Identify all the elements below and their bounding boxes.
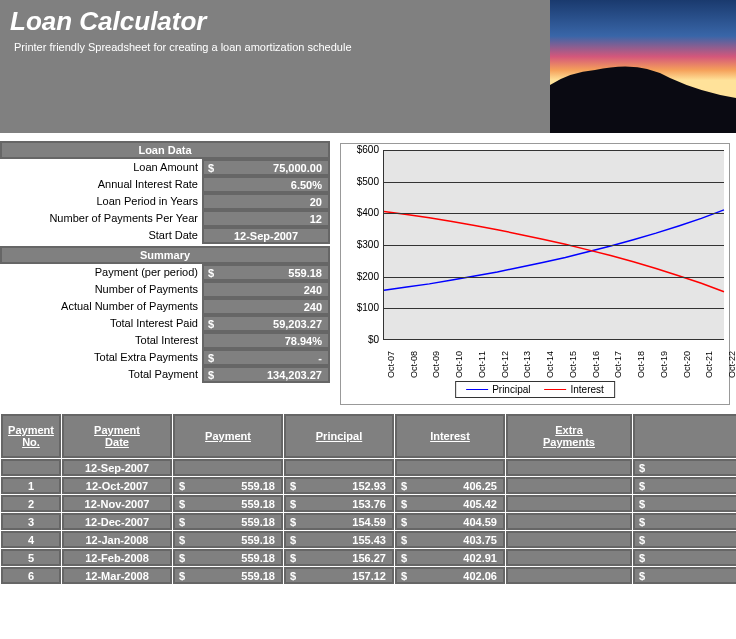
x-tick: Oct-20 — [682, 351, 692, 378]
table-cell: 5 — [1, 549, 61, 566]
x-tick: Oct-09 — [431, 351, 441, 378]
chart: $0$100$200$300$400$500$600 Oct-07Oct-08O… — [340, 143, 730, 405]
table-row: 212-Nov-2007$559.18$153.76$405.42$ — [1, 495, 736, 512]
table-cell: 2 — [1, 495, 61, 512]
table-cell: $ — [633, 477, 736, 494]
table-cell — [506, 477, 632, 494]
table-cell: $ — [633, 459, 736, 476]
table-cell: 12-Jan-2008 — [62, 531, 172, 548]
x-tick: Oct-19 — [659, 351, 669, 378]
table-cell: 12-Feb-2008 — [62, 549, 172, 566]
field-value: $134,203.27 — [202, 366, 330, 383]
table-cell — [506, 549, 632, 566]
col-header: PaymentNo. — [1, 414, 61, 458]
table-row: 512-Feb-2008$559.18$156.27$402.91$ — [1, 549, 736, 566]
table-cell: 1 — [1, 477, 61, 494]
table-cell: $559.18 — [173, 495, 283, 512]
table-row: 612-Mar-2008$559.18$157.12$402.06$ — [1, 567, 736, 584]
table-cell: $559.18 — [173, 567, 283, 584]
table-cell — [506, 513, 632, 530]
x-tick: Oct-17 — [613, 351, 623, 378]
x-tick: Oct-13 — [522, 351, 532, 378]
field-value: $59,203.27 — [202, 315, 330, 332]
field-value: $559.18 — [202, 264, 330, 281]
table-row: 112-Oct-2007$559.18$152.93$406.25$ — [1, 477, 736, 494]
table-cell: $156.27 — [284, 549, 394, 566]
col-header: Principal — [284, 414, 394, 458]
field-label: Loan Period in Years — [0, 193, 202, 210]
field-value: 12 — [202, 210, 330, 227]
table-cell — [395, 459, 505, 476]
summary-heading: Summary — [0, 246, 330, 264]
col-header: ExtraPayments — [506, 414, 632, 458]
chart-legend: Principal Interest — [455, 381, 615, 398]
table-cell: $ — [633, 549, 736, 566]
field-value: 240 — [202, 298, 330, 315]
x-tick: Oct-16 — [591, 351, 601, 378]
field-label: Actual Number of Payments — [0, 298, 202, 315]
table-cell: $405.42 — [395, 495, 505, 512]
field-label: Number of Payments — [0, 281, 202, 298]
field-value: 78.94% — [202, 332, 330, 349]
table-cell: $154.59 — [284, 513, 394, 530]
table-cell — [1, 459, 61, 476]
x-tick: Oct-12 — [500, 351, 510, 378]
y-tick: $500 — [345, 176, 379, 187]
table-cell: 6 — [1, 567, 61, 584]
table-cell — [173, 459, 283, 476]
table-cell: $155.43 — [284, 531, 394, 548]
chart-series-principal — [384, 210, 724, 290]
x-tick: Oct-11 — [477, 351, 487, 378]
field-value: 6.50% — [202, 176, 330, 193]
table-cell: $406.25 — [395, 477, 505, 494]
field-label: Total Interest Paid — [0, 315, 202, 332]
table-cell — [506, 531, 632, 548]
table-cell: $559.18 — [173, 513, 283, 530]
table-cell: $404.59 — [395, 513, 505, 530]
table-cell — [284, 459, 394, 476]
legend-interest: Interest — [571, 384, 604, 395]
field-label: Annual Interest Rate — [0, 176, 202, 193]
table-cell: 12-Sep-2007 — [62, 459, 172, 476]
field-label: Payment (per period) — [0, 264, 202, 281]
legend-principal: Principal — [492, 384, 530, 395]
left-panel: Loan Data Loan Amount$75,000.00Annual In… — [0, 141, 330, 405]
y-tick: $100 — [345, 302, 379, 313]
table-cell: $402.06 — [395, 567, 505, 584]
table-cell: $559.18 — [173, 477, 283, 494]
table-cell: $157.12 — [284, 567, 394, 584]
header: Loan Calculator Printer friendly Spreads… — [0, 0, 736, 133]
table-cell: 12-Mar-2008 — [62, 567, 172, 584]
field-value: $- — [202, 349, 330, 366]
table-cell: $ — [633, 513, 736, 530]
table-cell: $403.75 — [395, 531, 505, 548]
table-cell: $ — [633, 495, 736, 512]
table-cell: 4 — [1, 531, 61, 548]
table-cell — [506, 459, 632, 476]
y-tick: $400 — [345, 207, 379, 218]
x-tick: Oct-08 — [409, 351, 419, 378]
x-tick: Oct-07 — [386, 351, 396, 378]
table-cell: 3 — [1, 513, 61, 530]
loan-data-heading: Loan Data — [0, 141, 330, 159]
table-row: 12-Sep-2007$ — [1, 459, 736, 476]
field-value: 12-Sep-2007 — [202, 227, 330, 244]
y-tick: $300 — [345, 239, 379, 250]
field-label: Total Payment — [0, 366, 202, 383]
x-tick: Oct-15 — [568, 351, 578, 378]
x-tick: Oct-21 — [704, 351, 714, 378]
hero-sunset-image — [550, 0, 736, 133]
y-tick: $600 — [345, 144, 379, 155]
table-cell: $152.93 — [284, 477, 394, 494]
table-row: 412-Jan-2008$559.18$155.43$403.75$ — [1, 531, 736, 548]
table-cell: $402.91 — [395, 549, 505, 566]
table-cell: 12-Nov-2007 — [62, 495, 172, 512]
table-cell: $ — [633, 567, 736, 584]
table-cell: $559.18 — [173, 531, 283, 548]
y-tick: $0 — [345, 334, 379, 345]
field-label: Number of Payments Per Year — [0, 210, 202, 227]
table-row: 312-Dec-2007$559.18$154.59$404.59$ — [1, 513, 736, 530]
table-cell: $559.18 — [173, 549, 283, 566]
table-cell — [506, 495, 632, 512]
col-header: PaymentDate — [62, 414, 172, 458]
